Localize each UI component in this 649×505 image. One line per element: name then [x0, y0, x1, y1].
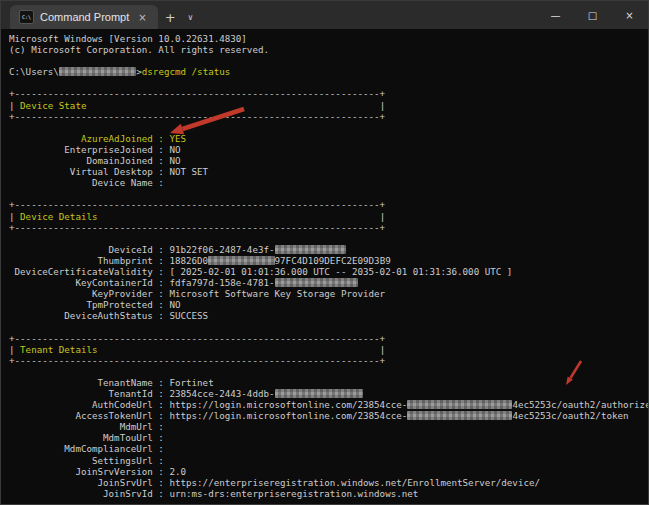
terminal-text: Device Name : [9, 177, 164, 188]
terminal-line: MdmUrl : [9, 421, 648, 432]
terminal-output[interactable]: Microsoft Windows [Version 10.0.22631.48… [1, 29, 648, 504]
redacted-text [407, 400, 512, 409]
redacted-text [275, 245, 347, 254]
terminal-text: +---------------------------------------… [9, 88, 385, 99]
terminal-line [9, 188, 648, 199]
terminal-line: JoinSrvUrl : https://enterpriseregistrat… [9, 477, 648, 488]
terminal-line: KeyProvider : Microsoft Software Key Sto… [9, 288, 648, 299]
redacted-text [275, 278, 358, 287]
terminal-text: dsregcmd /status [142, 66, 231, 77]
terminal-text: AzureAdJoined : YES [9, 133, 186, 144]
terminal-line: DeviceCertificateValidity : [ 2025-02-01… [9, 266, 648, 277]
terminal-text: 4ec5253c/oauth2/token [512, 410, 628, 421]
command-prompt-icon: C:\ [19, 10, 34, 24]
terminal-text: DeviceCertificateValidity : [ 2025-02-01… [9, 266, 512, 277]
terminal-line: +---------------------------------------… [9, 199, 648, 210]
terminal-text: | [9, 344, 20, 355]
terminal-window: C:\ Command Prompt × + ∨ — □ × Microsoft… [0, 0, 649, 505]
terminal-line: AzureAdJoined : YES [9, 133, 648, 144]
terminal-text: MdmUrl : [9, 421, 164, 432]
terminal-line: TenantId : 23854cce-2443-4ddb- [9, 388, 648, 399]
terminal-line: DeviceAuthStatus : SUCCESS [9, 310, 648, 321]
terminal-text: DeviceAuthStatus : SUCCESS [9, 310, 208, 321]
minimize-button[interactable]: — [537, 1, 574, 29]
terminal-line [9, 55, 648, 66]
terminal-text: KeyProvider : Microsoft Software Key Sto… [9, 288, 385, 299]
terminal-text: Thumbprint : 18826D0 [9, 255, 208, 266]
terminal-text: SettingsUrl : [9, 455, 164, 466]
redacted-text [59, 67, 136, 76]
terminal-text: AuthCodeUrl : https://login.microsoftonl… [9, 399, 407, 410]
terminal-text: +---------------------------------------… [9, 199, 385, 210]
terminal-line: +---------------------------------------… [9, 333, 648, 344]
terminal-line: TpmProtected : NO [9, 299, 648, 310]
terminal-text: Virtual Desktop : NOT SET [9, 166, 208, 177]
terminal-line: Thumbprint : 18826D0 97FC4D109DEFC2E09D3… [9, 255, 648, 266]
terminal-line: TenantName : Fortinet [9, 377, 648, 388]
terminal-text: DomainJoined : NO [9, 155, 180, 166]
terminal-line: C:\Users\ >dsregcmd /status [9, 66, 648, 77]
titlebar[interactable]: C:\ Command Prompt × + ∨ — □ × [1, 1, 648, 29]
terminal-text: TenantName : Fortinet [9, 377, 214, 388]
terminal-line: | Device State | [9, 100, 648, 111]
terminal-text: | [86, 100, 385, 111]
terminal-text: | [9, 211, 20, 222]
terminal-line: KeyContainerId : fdfa797d-158e-4781- [9, 277, 648, 288]
terminal-text: DeviceId : 91b22f06-2487-4e3f- [9, 244, 275, 255]
terminal-text: | [98, 344, 386, 355]
terminal-text: +---------------------------------------… [9, 111, 385, 122]
terminal-text: +---------------------------------------… [9, 222, 385, 233]
terminal-line: Virtual Desktop : NOT SET [9, 166, 648, 177]
terminal-line: DomainJoined : NO [9, 155, 648, 166]
terminal-text: MdmComplianceUrl : [9, 443, 164, 454]
terminal-line [9, 122, 648, 133]
tab-close-icon[interactable]: × [135, 10, 149, 25]
terminal-line: | Device Details | [9, 211, 648, 222]
terminal-text: Microsoft Windows [Version 10.0.22631.48… [9, 33, 247, 44]
terminal-text: JoinSrvId : urn:ms-drs:enterpriseregistr… [9, 488, 418, 499]
terminal-text: JoinSrvUrl : https://enterpriseregistrat… [9, 477, 540, 488]
terminal-text: | [9, 100, 20, 111]
close-button[interactable]: × [611, 1, 648, 29]
tab-dropdown-icon[interactable]: ∨ [183, 5, 199, 29]
terminal-text: 97FC4D109DEFC2E09D3B9 [275, 255, 391, 266]
redacted-text [275, 389, 364, 398]
terminal-text: JoinSrvVersion : 2.0 [9, 466, 186, 477]
terminal-text: TenantId : 23854cce-2443-4ddb- [9, 388, 275, 399]
terminal-line: MdmTouUrl : [9, 432, 648, 443]
maximize-button[interactable]: □ [574, 1, 611, 29]
terminal-line: Device Name : [9, 177, 648, 188]
terminal-line: SettingsUrl : [9, 455, 648, 466]
terminal-line: +---------------------------------------… [9, 355, 648, 366]
terminal-line: AccessTokenUrl : https://login.microsoft… [9, 410, 648, 421]
tab-command-prompt[interactable]: C:\ Command Prompt × [10, 5, 158, 29]
terminal-text: 4ec5253c/oauth2/authorize [512, 399, 648, 410]
terminal-line [9, 321, 648, 332]
terminal-line: DeviceId : 91b22f06-2487-4e3f- [9, 244, 648, 255]
terminal-line: | Tenant Details | [9, 344, 648, 355]
terminal-text: TpmProtected : NO [9, 299, 180, 310]
terminal-text: EnterpriseJoined : NO [9, 144, 180, 155]
terminal-line: JoinSrvVersion : 2.0 [9, 466, 648, 477]
new-tab-button[interactable]: + [158, 5, 183, 29]
terminal-text: MdmTouUrl : [9, 432, 164, 443]
terminal-text: | [98, 211, 386, 222]
terminal-text: Device Details [20, 211, 97, 222]
terminal-line: EnterpriseJoined : NO [9, 144, 648, 155]
terminal-line [9, 233, 648, 244]
terminal-line: AuthCodeUrl : https://login.microsoftonl… [9, 399, 648, 410]
terminal-line: Microsoft Windows [Version 10.0.22631.48… [9, 33, 648, 44]
terminal-text: KeyContainerId : fdfa797d-158e-4781- [9, 277, 275, 288]
tab-strip: C:\ Command Prompt × + ∨ [1, 5, 198, 29]
window-controls: — □ × [537, 1, 648, 29]
terminal-text: +---------------------------------------… [9, 333, 385, 344]
terminal-line [9, 77, 648, 88]
terminal-text: +---------------------------------------… [9, 355, 385, 366]
terminal-text: AccessTokenUrl : https://login.microsoft… [9, 410, 407, 421]
terminal-line: +---------------------------------------… [9, 88, 648, 99]
terminal-line: (c) Microsoft Corporation. All rights re… [9, 44, 648, 55]
terminal-text: Tenant Details [20, 344, 97, 355]
tab-label: Command Prompt [40, 11, 129, 23]
terminal-line: +---------------------------------------… [9, 111, 648, 122]
terminal-text: Device State [20, 100, 86, 111]
